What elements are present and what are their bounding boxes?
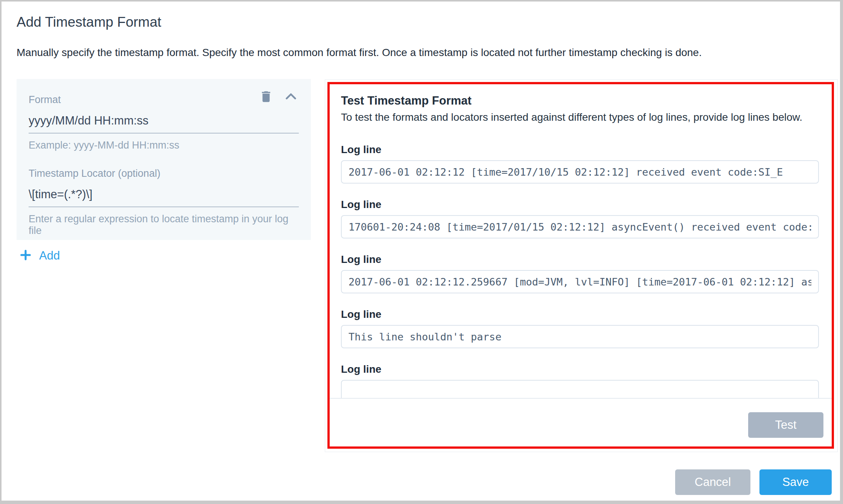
page-description: Manually specify the timestamp format. S…	[17, 47, 702, 59]
collapse-format-button[interactable]	[283, 89, 299, 105]
format-card-actions	[259, 89, 299, 105]
test-panel-subtitle: To test the formats and locators inserte…	[341, 111, 819, 123]
log-line-group: Log line	[341, 144, 819, 184]
log-line-group: Log line	[341, 254, 819, 293]
log-line-label: Log line	[341, 144, 819, 156]
format-input[interactable]	[29, 114, 299, 134]
format-example-text: Example: yyyy-MM-dd HH:mm:ss	[29, 140, 299, 151]
annotation-rectangle: Test Timestamp Format To test the format…	[327, 82, 834, 449]
test-panel-title: Test Timestamp Format	[341, 94, 819, 108]
page-title: Add Timestamp Format	[17, 14, 161, 30]
dialog-footer: Cancel Save	[675, 469, 832, 495]
chevron-up-icon	[283, 100, 299, 106]
test-panel-footer: Test	[330, 399, 832, 446]
log-line-input-2[interactable]	[341, 215, 819, 238]
locator-help-text: Enter a regular expression to locate tim…	[29, 213, 299, 237]
log-line-group: Log line	[341, 199, 819, 238]
save-button[interactable]: Save	[759, 469, 832, 495]
locator-input[interactable]	[29, 188, 299, 207]
log-line-group: Log line	[341, 308, 819, 348]
cancel-button[interactable]: Cancel	[675, 469, 750, 495]
log-line-input-5[interactable]	[341, 380, 819, 399]
test-button[interactable]: Test	[748, 412, 823, 438]
log-lines-scroll-area[interactable]: Test Timestamp Format To test the format…	[330, 84, 832, 399]
log-line-label: Log line	[341, 363, 819, 375]
add-button-label: Add	[39, 249, 60, 263]
plus-icon	[19, 248, 32, 263]
add-timestamp-format-dialog: Add Timestamp Format Manually specify th…	[0, 0, 843, 504]
log-line-input-4[interactable]	[341, 325, 819, 348]
log-line-label: Log line	[341, 199, 819, 211]
format-card-header: Format	[29, 89, 299, 106]
trash-icon	[259, 99, 273, 105]
log-line-input-3[interactable]	[341, 270, 819, 293]
log-line-input-1[interactable]	[341, 160, 819, 184]
format-label: Format	[29, 94, 61, 106]
log-line-label: Log line	[341, 308, 819, 320]
log-line-label: Log line	[341, 254, 819, 266]
add-format-button[interactable]: Add	[19, 248, 60, 263]
locator-label: Timestamp Locator (optional)	[29, 168, 299, 179]
log-line-group: Log line	[341, 363, 819, 399]
format-card: Format Example: yyyy-MM-dd HH:mm:ss Time…	[17, 79, 311, 240]
delete-format-button[interactable]	[259, 90, 273, 104]
